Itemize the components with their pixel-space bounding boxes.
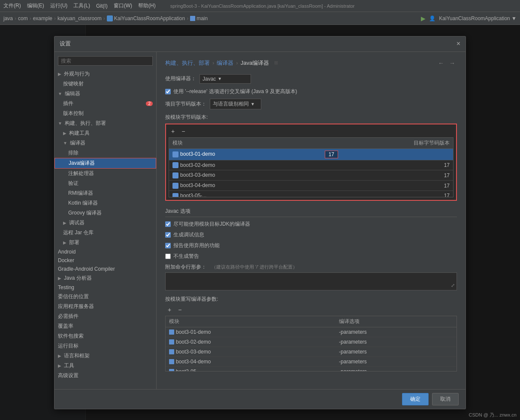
- expand-icon[interactable]: ⤢: [451, 283, 455, 288]
- cb-build-deploy[interactable]: 构建、执行、部署: [165, 59, 210, 67]
- sidebar-item-annotation[interactable]: 注解处理器: [54, 169, 156, 178]
- sidebar-item-editor[interactable]: ▼ 编辑器: [54, 89, 156, 99]
- table-row[interactable]: boot3-03-demo 17: [169, 170, 453, 181]
- bc-kaiyuan[interactable]: kaiyuan_classroom: [57, 15, 102, 21]
- sidebar-item-gradle-android[interactable]: Gradle-Android Compiler: [54, 265, 156, 273]
- cb-sep2: ›: [236, 60, 238, 66]
- bc-class[interactable]: KaiYuanClassRoomApplication: [114, 15, 185, 21]
- sidebar-item-rmi[interactable]: RMI编译器: [54, 188, 156, 198]
- javac-checkbox-1[interactable]: [165, 221, 171, 227]
- sidebar-item-version-control[interactable]: 版本控制: [54, 109, 156, 118]
- compiler-row: 使用编译器： Javac ▼: [165, 74, 457, 84]
- module-table-scroll[interactable]: 模块 目标字节码版本 boot3-01-demo: [169, 137, 453, 197]
- sidebar-label-lang: 语言和框架: [64, 352, 90, 360]
- nav-back-button[interactable]: ←: [436, 59, 446, 67]
- cross-compile-checkbox[interactable]: [165, 89, 171, 94]
- table-row[interactable]: boot3-05-... -parameters: [166, 366, 457, 372]
- sidebar-item-coverage[interactable]: 覆盖率: [54, 321, 156, 331]
- watermark: CSDN @ 乃... znwx.cn: [469, 412, 517, 418]
- sidebar-label-buildtools: 构建工具: [69, 130, 90, 137]
- override-table-scroll[interactable]: 模块 编译选项 boot3-01-demo -parameters: [165, 316, 457, 372]
- run-icon[interactable]: ▶: [421, 15, 426, 22]
- sidebar-item-exclude[interactable]: 排除: [54, 148, 156, 158]
- sidebar-item-validation[interactable]: 验证: [54, 178, 156, 188]
- ok-button[interactable]: 确定: [402, 393, 429, 405]
- table-row[interactable]: boot3-05-... 17: [169, 190, 453, 197]
- javac-checkbox-label-1: 尽可能使用模块目标JDK的编译器: [173, 221, 250, 228]
- cancel-button[interactable]: 取消: [432, 393, 459, 405]
- bc-example[interactable]: example: [33, 15, 52, 21]
- sidebar-item-remote-jar[interactable]: 远程 Jar 仓库: [54, 228, 156, 238]
- class-icon: [107, 15, 113, 21]
- sidebar-item-keymap[interactable]: 按键映射: [54, 79, 156, 89]
- add-override-button[interactable]: +: [165, 305, 174, 314]
- sidebar-item-pkg-search[interactable]: 软件包搜索: [54, 331, 156, 341]
- additional-params-wrapper: ⤢: [165, 272, 457, 290]
- override-section: 按模块重写编译器参数: + − 模块 编译选项: [165, 296, 457, 372]
- menu-file[interactable]: 文件(R): [3, 2, 21, 9]
- sidebar-item-compiler[interactable]: ▼ 编译器: [54, 138, 156, 148]
- bc-main[interactable]: main: [197, 15, 208, 21]
- sidebar-item-run-target[interactable]: 运行目标: [54, 341, 156, 351]
- nav-forward-button[interactable]: →: [447, 59, 457, 67]
- sidebar-item-kotlin[interactable]: Kotlin 编译器: [54, 198, 156, 208]
- module-bytecode-section: 按模块字节码版本: + − 模块 目标: [165, 114, 457, 201]
- sidebar-item-required-plugins[interactable]: 必需插件: [54, 311, 156, 321]
- menu-edit[interactable]: 编辑(E): [27, 2, 44, 9]
- sidebar-item-android[interactable]: Android: [54, 248, 156, 256]
- menu-help[interactable]: 帮助(H): [138, 2, 156, 9]
- additional-params-input[interactable]: ⤢: [165, 272, 457, 290]
- module-icon: [169, 349, 174, 354]
- sidebar-label-docker: Docker: [58, 257, 74, 263]
- version-cell: 17: [321, 170, 453, 181]
- sidebar-label-deploy: 部署: [69, 239, 79, 246]
- sidebar-item-plugins[interactable]: 插件 2: [54, 99, 156, 109]
- menu-tools[interactable]: 工具(L): [73, 2, 90, 9]
- sidebar-item-java-compiler[interactable]: Java编译器: [54, 158, 156, 169]
- arrow-icon-compiler: ▼: [63, 141, 67, 145]
- additional-params-header: 附加命令行形参： （建议在路径中使用 '/' 进行跨平台配置）: [165, 263, 457, 271]
- dialog-close-button[interactable]: ×: [457, 40, 460, 47]
- javac-checkbox-2[interactable]: [165, 232, 171, 238]
- add-module-button[interactable]: +: [169, 127, 177, 136]
- sidebar-item-debugger[interactable]: ▶ 调试器: [54, 218, 156, 228]
- cb-compiler[interactable]: 编译器: [217, 59, 233, 67]
- profile-icon[interactable]: 👤: [429, 15, 435, 21]
- table-row[interactable]: boot3-02-demo -parameters: [166, 337, 457, 347]
- menu-run[interactable]: 运行(U): [50, 2, 68, 9]
- table-row[interactable]: boot3-01-demo 17: [169, 148, 453, 160]
- compiler-select[interactable]: Javac ▼: [200, 74, 251, 84]
- javac-checkbox-4[interactable]: [165, 254, 171, 259]
- sidebar-search-input[interactable]: [58, 56, 153, 66]
- menu-git[interactable]: Git(I): [96, 3, 108, 9]
- table-row[interactable]: boot3-01-demo -parameters: [166, 327, 457, 337]
- sidebar-item-tools[interactable]: ▶ 工具: [54, 361, 156, 371]
- table-row[interactable]: boot3-02-demo 17: [169, 160, 453, 170]
- bc-java[interactable]: java: [3, 15, 13, 21]
- sidebar-item-build-tools[interactable]: ▶ 构建工具: [54, 128, 156, 138]
- sidebar-item-trusted[interactable]: 委信任的位置: [54, 292, 156, 302]
- remove-module-button[interactable]: −: [179, 127, 187, 136]
- sidebar-item-advanced[interactable]: 高级设置: [54, 371, 156, 381]
- sidebar-item-app-server[interactable]: 应用程序服务器: [54, 302, 156, 311]
- sidebar-item-testing[interactable]: Testing: [54, 283, 156, 292]
- bc-com[interactable]: com: [18, 15, 28, 21]
- override-module-cell: boot3-04-demo: [166, 357, 336, 366]
- project-bytecode-value: 与语言级别相同: [213, 100, 249, 108]
- sidebar-item-docker[interactable]: Docker: [54, 256, 156, 265]
- sidebar-item-build-deploy[interactable]: ▼ 构建、执行、部署: [54, 118, 156, 128]
- sidebar-item-java-analyzer[interactable]: ▶ Java 分析器: [54, 273, 156, 283]
- override-options-header: 编译选项: [336, 316, 457, 327]
- menu-window[interactable]: 窗口(W): [114, 2, 132, 9]
- sidebar-item-groovy[interactable]: Groovy 编译器: [54, 208, 156, 218]
- project-bytecode-select[interactable]: 与语言级别相同 ▼: [210, 99, 261, 109]
- table-row[interactable]: boot3-04-demo 17: [169, 181, 453, 191]
- sidebar-item-appearance[interactable]: ▶ 外观与行为: [54, 69, 156, 79]
- sidebar-item-lang-framework[interactable]: ▶ 语言和框架: [54, 351, 156, 361]
- sidebar-item-deployment[interactable]: ▶ 部署: [54, 238, 156, 248]
- table-row[interactable]: boot3-03-demo -parameters: [166, 347, 457, 357]
- table-row[interactable]: boot3-04-demo -parameters: [166, 357, 457, 366]
- app-run-label[interactable]: KaiYuanClassRoomApplication ▼: [439, 15, 517, 21]
- javac-checkbox-3[interactable]: [165, 243, 171, 248]
- remove-override-button[interactable]: −: [175, 305, 184, 314]
